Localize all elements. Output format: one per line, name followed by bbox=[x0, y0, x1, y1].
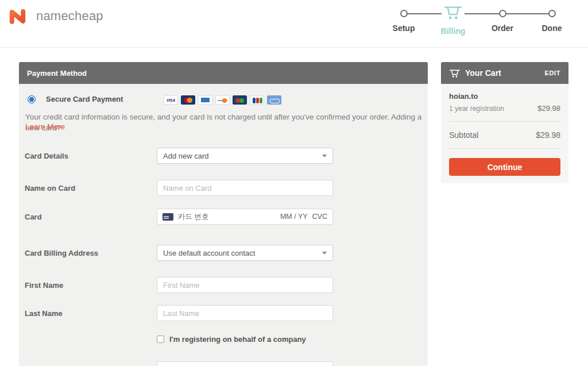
card-label: Card bbox=[25, 213, 157, 221]
payment-method-panel: Payment Method Secure Card Payment Your … bbox=[19, 62, 428, 366]
subtotal-label: Subtotal bbox=[449, 130, 478, 140]
card-number-placeholder: 카드 번호 bbox=[178, 212, 208, 222]
step-label: Order bbox=[478, 24, 527, 33]
name-on-card-row: Name on Card bbox=[25, 180, 422, 196]
step-circle-icon bbox=[548, 10, 556, 17]
payment-method-body: Secure Card Payment Your credit card inf… bbox=[19, 84, 428, 366]
payment-method-header: Payment Method bbox=[19, 62, 428, 84]
card-cvc-placeholder: CVC bbox=[312, 213, 327, 221]
step-circle-icon bbox=[400, 10, 408, 17]
billing-address-select[interactable]: Use default account contact bbox=[157, 245, 333, 261]
billing-address-label: Card Billing Address bbox=[25, 249, 157, 257]
billing-address-row: Card Billing Address Use default account… bbox=[25, 245, 422, 261]
last-name-input[interactable] bbox=[157, 305, 333, 321]
radio-selected-icon[interactable] bbox=[28, 95, 36, 103]
company-name-input-partial[interactable] bbox=[157, 361, 333, 366]
unionpay-card-icon bbox=[233, 95, 247, 105]
step-label: Done bbox=[527, 24, 577, 33]
credit-card-icon bbox=[163, 213, 173, 221]
last-name-label: Last Name bbox=[25, 309, 157, 318]
cart-item-name: hoian.to bbox=[449, 92, 560, 101]
step-order[interactable]: Order bbox=[478, 0, 527, 33]
subtotal-row: Subtotal $29.98 bbox=[449, 130, 560, 140]
last-name-row: Last Name bbox=[25, 305, 422, 321]
top-bar: namecheap Setup Billing Order bbox=[0, 0, 588, 48]
cart-item-description: 1 year registration bbox=[449, 105, 504, 113]
jcb-card-icon bbox=[250, 95, 264, 105]
namecheap-logo[interactable]: namecheap bbox=[8, 7, 103, 25]
company-checkbox[interactable] bbox=[157, 336, 164, 343]
first-name-input[interactable] bbox=[157, 277, 333, 293]
card-expiry-placeholder: MM / YY bbox=[280, 213, 308, 221]
cart-item: hoian.to 1 year registration $29.98 bbox=[449, 92, 560, 113]
accepted-card-brands bbox=[164, 95, 281, 105]
divider bbox=[449, 121, 560, 122]
card-security-info-text: Your credit card information is secure, … bbox=[25, 111, 424, 133]
checkout-stepper: Setup Billing Order Done bbox=[379, 0, 577, 37]
discover-card-icon bbox=[215, 95, 230, 105]
step-billing[interactable]: Billing bbox=[428, 0, 478, 36]
visa-card-icon bbox=[164, 95, 178, 105]
cart-title: Your Cart bbox=[465, 68, 501, 78]
subtotal-value: $29.98 bbox=[536, 130, 560, 140]
card-details-select[interactable]: Add new card bbox=[157, 148, 333, 164]
card-number-input[interactable]: 카드 번호 MM / YY CVC bbox=[157, 209, 333, 225]
brand-name: namecheap bbox=[36, 9, 103, 24]
chevron-down-icon bbox=[322, 155, 327, 157]
card-details-row: Card Details Add new card bbox=[25, 148, 422, 164]
card-row: Card 카드 번호 MM / YY CVC bbox=[25, 209, 422, 225]
cart-body: hoian.to 1 year registration $29.98 Subt… bbox=[441, 84, 568, 183]
step-setup[interactable]: Setup bbox=[379, 0, 428, 33]
cart-item-price: $29.98 bbox=[537, 104, 560, 113]
cart-sidebar: Your Cart EDIT hoian.to 1 year registrat… bbox=[441, 62, 568, 183]
name-on-card-input[interactable] bbox=[157, 180, 333, 196]
step-done[interactable]: Done bbox=[527, 0, 577, 33]
card-details-label: Card Details bbox=[25, 152, 157, 160]
first-name-label: First Name bbox=[25, 281, 157, 290]
step-label: Setup bbox=[379, 24, 428, 33]
continue-button[interactable]: Continue bbox=[449, 158, 560, 176]
cart-icon bbox=[449, 68, 461, 78]
name-on-card-label: Name on Card bbox=[25, 184, 157, 192]
panel-title: Payment Method bbox=[27, 69, 87, 78]
cart-icon bbox=[442, 4, 465, 23]
divider bbox=[449, 148, 560, 149]
first-name-row: First Name bbox=[25, 277, 422, 293]
diners-card-icon bbox=[267, 95, 281, 105]
amex-card-icon bbox=[198, 95, 212, 105]
secure-card-payment-option[interactable]: Secure Card Payment bbox=[28, 95, 123, 103]
cart-header: Your Cart EDIT bbox=[441, 62, 568, 84]
mastercard-card-icon bbox=[181, 95, 195, 105]
company-checkbox-label: I'm registering on behalf of a company bbox=[169, 335, 306, 344]
billing-address-selected-value: Use default account contact bbox=[163, 249, 255, 257]
step-circle-icon bbox=[499, 10, 506, 17]
company-checkbox-row[interactable]: I'm registering on behalf of a company bbox=[157, 335, 306, 344]
step-label: Billing bbox=[428, 26, 478, 36]
card-details-selected-value: Add new card bbox=[163, 152, 209, 160]
chevron-down-icon bbox=[322, 252, 327, 255]
cart-edit-button[interactable]: EDIT bbox=[545, 70, 560, 76]
learn-more-link[interactable]: Learn More bbox=[25, 122, 65, 131]
secure-card-payment-label: Secure Card Payment bbox=[46, 95, 123, 103]
namecheap-n-icon bbox=[8, 7, 31, 25]
